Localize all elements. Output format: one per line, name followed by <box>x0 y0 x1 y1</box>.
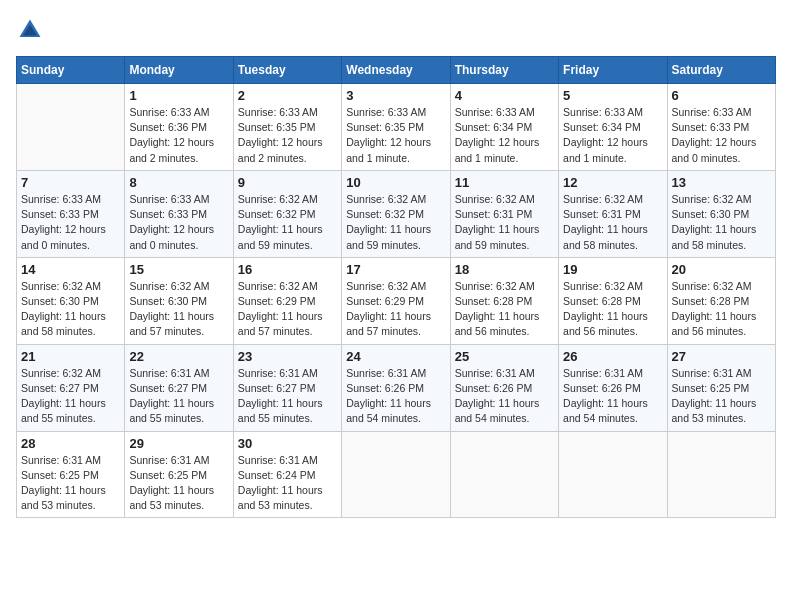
day-info: Sunrise: 6:32 AMSunset: 6:30 PMDaylight:… <box>672 192 771 253</box>
day-number: 20 <box>672 262 771 277</box>
calendar-cell: 18Sunrise: 6:32 AMSunset: 6:28 PMDayligh… <box>450 257 558 344</box>
day-number: 11 <box>455 175 554 190</box>
calendar-week-row: 14Sunrise: 6:32 AMSunset: 6:30 PMDayligh… <box>17 257 776 344</box>
day-info: Sunrise: 6:33 AMSunset: 6:35 PMDaylight:… <box>346 105 445 166</box>
day-number: 2 <box>238 88 337 103</box>
day-number: 26 <box>563 349 662 364</box>
calendar-cell: 19Sunrise: 6:32 AMSunset: 6:28 PMDayligh… <box>559 257 667 344</box>
day-info: Sunrise: 6:33 AMSunset: 6:36 PMDaylight:… <box>129 105 228 166</box>
calendar-cell: 29Sunrise: 6:31 AMSunset: 6:25 PMDayligh… <box>125 431 233 518</box>
column-header-thursday: Thursday <box>450 57 558 84</box>
day-info: Sunrise: 6:32 AMSunset: 6:28 PMDaylight:… <box>672 279 771 340</box>
day-number: 15 <box>129 262 228 277</box>
calendar-week-row: 28Sunrise: 6:31 AMSunset: 6:25 PMDayligh… <box>17 431 776 518</box>
calendar-cell <box>342 431 450 518</box>
calendar-cell <box>667 431 775 518</box>
day-info: Sunrise: 6:32 AMSunset: 6:30 PMDaylight:… <box>21 279 120 340</box>
day-info: Sunrise: 6:31 AMSunset: 6:26 PMDaylight:… <box>563 366 662 427</box>
calendar-cell: 11Sunrise: 6:32 AMSunset: 6:31 PMDayligh… <box>450 170 558 257</box>
calendar-cell: 22Sunrise: 6:31 AMSunset: 6:27 PMDayligh… <box>125 344 233 431</box>
day-info: Sunrise: 6:32 AMSunset: 6:29 PMDaylight:… <box>346 279 445 340</box>
calendar-cell: 28Sunrise: 6:31 AMSunset: 6:25 PMDayligh… <box>17 431 125 518</box>
calendar-week-row: 1Sunrise: 6:33 AMSunset: 6:36 PMDaylight… <box>17 84 776 171</box>
calendar-cell: 20Sunrise: 6:32 AMSunset: 6:28 PMDayligh… <box>667 257 775 344</box>
day-info: Sunrise: 6:32 AMSunset: 6:27 PMDaylight:… <box>21 366 120 427</box>
day-info: Sunrise: 6:33 AMSunset: 6:35 PMDaylight:… <box>238 105 337 166</box>
day-number: 5 <box>563 88 662 103</box>
day-info: Sunrise: 6:32 AMSunset: 6:31 PMDaylight:… <box>455 192 554 253</box>
calendar-cell: 5Sunrise: 6:33 AMSunset: 6:34 PMDaylight… <box>559 84 667 171</box>
calendar-cell: 24Sunrise: 6:31 AMSunset: 6:26 PMDayligh… <box>342 344 450 431</box>
calendar-cell: 25Sunrise: 6:31 AMSunset: 6:26 PMDayligh… <box>450 344 558 431</box>
column-header-monday: Monday <box>125 57 233 84</box>
calendar-cell: 4Sunrise: 6:33 AMSunset: 6:34 PMDaylight… <box>450 84 558 171</box>
day-number: 4 <box>455 88 554 103</box>
day-number: 28 <box>21 436 120 451</box>
calendar-week-row: 21Sunrise: 6:32 AMSunset: 6:27 PMDayligh… <box>17 344 776 431</box>
day-info: Sunrise: 6:32 AMSunset: 6:30 PMDaylight:… <box>129 279 228 340</box>
day-number: 25 <box>455 349 554 364</box>
day-number: 7 <box>21 175 120 190</box>
day-number: 29 <box>129 436 228 451</box>
day-number: 3 <box>346 88 445 103</box>
day-info: Sunrise: 6:31 AMSunset: 6:24 PMDaylight:… <box>238 453 337 514</box>
day-number: 16 <box>238 262 337 277</box>
calendar-cell: 3Sunrise: 6:33 AMSunset: 6:35 PMDaylight… <box>342 84 450 171</box>
column-header-sunday: Sunday <box>17 57 125 84</box>
calendar-cell <box>450 431 558 518</box>
calendar-cell: 9Sunrise: 6:32 AMSunset: 6:32 PMDaylight… <box>233 170 341 257</box>
day-number: 21 <box>21 349 120 364</box>
calendar-cell <box>559 431 667 518</box>
day-number: 10 <box>346 175 445 190</box>
column-header-tuesday: Tuesday <box>233 57 341 84</box>
day-number: 18 <box>455 262 554 277</box>
calendar-cell: 2Sunrise: 6:33 AMSunset: 6:35 PMDaylight… <box>233 84 341 171</box>
day-number: 8 <box>129 175 228 190</box>
day-info: Sunrise: 6:32 AMSunset: 6:28 PMDaylight:… <box>563 279 662 340</box>
page-header <box>16 16 776 44</box>
day-number: 13 <box>672 175 771 190</box>
day-info: Sunrise: 6:31 AMSunset: 6:26 PMDaylight:… <box>346 366 445 427</box>
calendar-cell: 17Sunrise: 6:32 AMSunset: 6:29 PMDayligh… <box>342 257 450 344</box>
day-number: 24 <box>346 349 445 364</box>
day-number: 14 <box>21 262 120 277</box>
day-number: 19 <box>563 262 662 277</box>
calendar-header-row: SundayMondayTuesdayWednesdayThursdayFrid… <box>17 57 776 84</box>
calendar-cell: 26Sunrise: 6:31 AMSunset: 6:26 PMDayligh… <box>559 344 667 431</box>
day-number: 23 <box>238 349 337 364</box>
day-info: Sunrise: 6:33 AMSunset: 6:33 PMDaylight:… <box>672 105 771 166</box>
day-number: 27 <box>672 349 771 364</box>
day-info: Sunrise: 6:32 AMSunset: 6:32 PMDaylight:… <box>238 192 337 253</box>
calendar-cell: 13Sunrise: 6:32 AMSunset: 6:30 PMDayligh… <box>667 170 775 257</box>
day-info: Sunrise: 6:31 AMSunset: 6:27 PMDaylight:… <box>129 366 228 427</box>
day-info: Sunrise: 6:32 AMSunset: 6:31 PMDaylight:… <box>563 192 662 253</box>
calendar-cell: 15Sunrise: 6:32 AMSunset: 6:30 PMDayligh… <box>125 257 233 344</box>
calendar-cell: 30Sunrise: 6:31 AMSunset: 6:24 PMDayligh… <box>233 431 341 518</box>
calendar-cell: 10Sunrise: 6:32 AMSunset: 6:32 PMDayligh… <box>342 170 450 257</box>
day-info: Sunrise: 6:32 AMSunset: 6:32 PMDaylight:… <box>346 192 445 253</box>
calendar-cell: 21Sunrise: 6:32 AMSunset: 6:27 PMDayligh… <box>17 344 125 431</box>
calendar-table: SundayMondayTuesdayWednesdayThursdayFrid… <box>16 56 776 518</box>
day-info: Sunrise: 6:31 AMSunset: 6:25 PMDaylight:… <box>672 366 771 427</box>
day-number: 9 <box>238 175 337 190</box>
day-number: 17 <box>346 262 445 277</box>
calendar-week-row: 7Sunrise: 6:33 AMSunset: 6:33 PMDaylight… <box>17 170 776 257</box>
day-number: 6 <box>672 88 771 103</box>
calendar-cell: 16Sunrise: 6:32 AMSunset: 6:29 PMDayligh… <box>233 257 341 344</box>
day-number: 22 <box>129 349 228 364</box>
day-info: Sunrise: 6:31 AMSunset: 6:25 PMDaylight:… <box>21 453 120 514</box>
day-number: 12 <box>563 175 662 190</box>
logo <box>16 16 48 44</box>
calendar-cell: 7Sunrise: 6:33 AMSunset: 6:33 PMDaylight… <box>17 170 125 257</box>
calendar-cell: 1Sunrise: 6:33 AMSunset: 6:36 PMDaylight… <box>125 84 233 171</box>
column-header-friday: Friday <box>559 57 667 84</box>
column-header-wednesday: Wednesday <box>342 57 450 84</box>
day-info: Sunrise: 6:33 AMSunset: 6:34 PMDaylight:… <box>455 105 554 166</box>
calendar-cell: 6Sunrise: 6:33 AMSunset: 6:33 PMDaylight… <box>667 84 775 171</box>
day-info: Sunrise: 6:33 AMSunset: 6:34 PMDaylight:… <box>563 105 662 166</box>
calendar-cell: 8Sunrise: 6:33 AMSunset: 6:33 PMDaylight… <box>125 170 233 257</box>
calendar-cell: 14Sunrise: 6:32 AMSunset: 6:30 PMDayligh… <box>17 257 125 344</box>
day-number: 30 <box>238 436 337 451</box>
day-info: Sunrise: 6:32 AMSunset: 6:28 PMDaylight:… <box>455 279 554 340</box>
logo-icon <box>16 16 44 44</box>
